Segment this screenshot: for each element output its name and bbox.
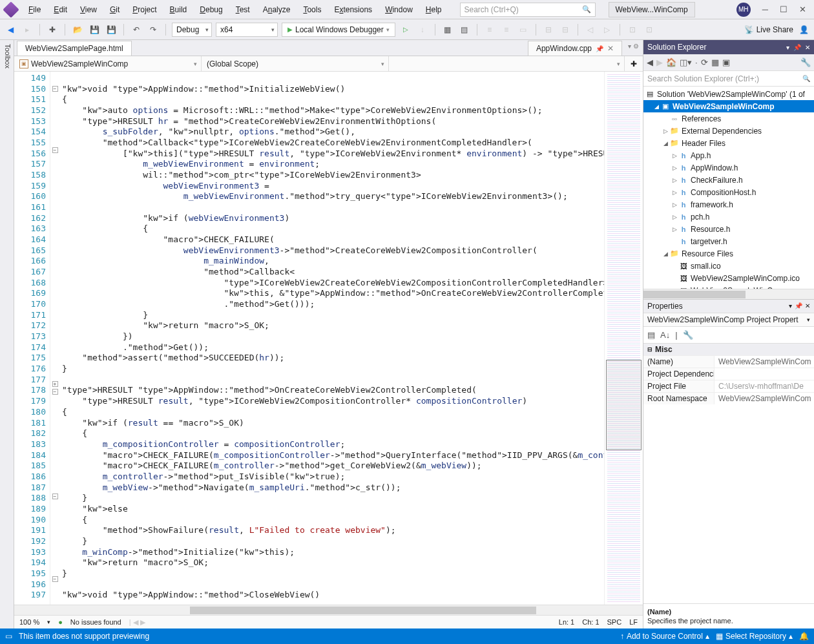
menu-project[interactable]: Project [127,3,162,17]
se-fwd-button[interactable]: ▶ [656,57,663,67]
solution-explorer-search[interactable]: Search Solution Explorer (Ctrl+;) [643,71,814,87]
code-content[interactable]: "kw">void "type">AppWindow::"method">Ini… [59,72,604,605]
platform-dropdown[interactable]: x64 [216,23,278,37]
solution-badge[interactable]: WebView...WinComp [609,2,695,17]
close-button[interactable]: ✕ [799,5,806,14]
properties-object-selector[interactable]: WebView2SampleWinComp Project Propert ▾ [643,313,814,327]
issues-label[interactable]: No issues found [70,618,121,626]
code-minimap[interactable] [604,72,643,605]
props-menu-icon[interactable]: ▾ [789,302,792,309]
menu-file[interactable]: File [23,3,46,17]
tree-hscroll[interactable] [643,289,814,299]
notifications-icon[interactable]: 🔔 [799,632,809,641]
tb-btn-2[interactable]: ▤ [458,23,471,36]
tb-btn-7[interactable]: ⊟ [559,23,572,36]
toolbox-tab[interactable]: Toolbox [0,40,14,628]
save-all-button[interactable]: 💾 [105,23,118,36]
start-debug-button[interactable]: ▶ Local Windows Debugger ▾ [282,23,395,37]
se-collapse-button[interactable]: ▣ [722,57,730,67]
save-button[interactable]: 💾 [88,23,101,36]
tb-btn-8[interactable]: ⊡ [626,23,639,36]
tree-item[interactable]: ▷📁External Dependencies [643,125,814,137]
redo-button[interactable]: ↷ [147,23,160,36]
se-show-all-button[interactable]: ▦ [711,57,719,67]
se-properties-button[interactable]: 🔧 [800,57,811,67]
tree-item[interactable]: ▷hResource.h [643,223,814,235]
open-button[interactable]: 📂 [71,23,84,36]
tree-item[interactable]: ▫▫References [643,112,814,125]
tree-item[interactable]: ▷hframework.h [643,198,814,211]
menu-view[interactable]: View [75,3,102,17]
indent-label[interactable]: SPC [607,618,622,626]
add-source-control-button[interactable]: ↑ Add to Source Control ▴ [620,632,709,641]
select-repository-button[interactable]: ▦ Select Repository ▴ [716,632,793,641]
panel-menu-icon[interactable]: ▾ [786,44,789,51]
split-editor-button[interactable]: ✚ [625,56,643,71]
tb-btn-1[interactable]: ▦ [441,23,454,36]
panel-pin-icon[interactable]: 📌 [793,44,801,51]
eol-label[interactable]: LF [629,618,638,626]
tree-item[interactable]: ▷hCheckFailure.h [643,174,814,186]
menu-tools[interactable]: Tools [298,3,326,17]
step-button[interactable]: ↓ [416,23,429,36]
tab-appwindow-cpp[interactable]: AppWindow.cpp 📌 ✕ [528,41,622,56]
menu-debug[interactable]: Debug [194,3,227,17]
tree-item[interactable]: htargetver.h [643,235,814,247]
panel-close-icon[interactable]: ✕ [805,44,810,51]
zoom-label[interactable]: 100 % [19,618,39,626]
properties-grid[interactable]: ⊟Misc (Name)WebView2SampleWinComProject … [643,344,814,404]
fold-column[interactable]: −−+−−− [50,72,59,605]
bookmark-prev[interactable]: ◁ [584,23,597,36]
menu-extensions[interactable]: Extensions [329,3,377,17]
property-row[interactable]: Root NamespaceWebView2SampleWinCom [643,392,814,404]
user-avatar[interactable]: MH [736,3,751,17]
undo-button[interactable]: ↶ [130,23,143,36]
nav-member-dropdown[interactable] [389,56,625,71]
tb-btn-4[interactable]: ≡ [500,23,513,36]
props-pages-button[interactable]: 🔧 [683,330,693,340]
maximize-button[interactable]: ☐ [780,5,788,14]
se-home-button[interactable]: 🏠 [666,57,676,67]
nav-scope-dropdown[interactable]: (Global Scope) [202,56,389,71]
close-tab-icon[interactable]: ✕ [607,44,614,53]
props-pin-icon[interactable]: 📌 [795,302,802,309]
search-input[interactable]: Search (Ctrl+Q) [460,3,596,17]
menu-build[interactable]: Build [165,3,193,17]
props-categorized-button[interactable]: ▤ [647,330,655,340]
live-share-button[interactable]: 📡 Live Share [744,25,793,34]
props-alpha-button[interactable]: A↓ [660,330,670,340]
menu-window[interactable]: Window [380,3,418,17]
tree-project-node[interactable]: ◢ ▣ WebView2SampleWinComp [643,100,814,112]
tab-html[interactable]: WebView2SamplePage.html [17,41,132,56]
pin-icon[interactable]: 📌 [596,45,603,52]
menu-git[interactable]: Git [105,3,125,17]
se-back-button[interactable]: ◀ [647,57,653,67]
config-dropdown[interactable]: Debug [172,23,212,37]
tb-btn-9[interactable]: ⊡ [643,23,656,36]
tree-item[interactable]: ▷hAppWindow.h [643,161,814,174]
nav-fwd-button[interactable]: ▸ [21,23,34,36]
start-nodebug-button[interactable]: ▷ [399,23,412,36]
nav-back-button[interactable]: ◀ [4,23,17,36]
code-editor[interactable]: 149 150 151 152 153 154 155 156 157 158 … [14,72,643,605]
props-close-icon[interactable]: ✕ [805,302,810,309]
menu-help[interactable]: Help [421,3,447,17]
tree-item[interactable]: ◢📁Header Files [643,137,814,149]
tree-solution-node[interactable]: ▤ Solution 'WebView2SampleWinComp' (1 of [643,88,814,100]
property-row[interactable]: (Name)WebView2SampleWinCom [643,355,814,368]
tab-overflow-button[interactable]: ▾ ⚙ [628,43,639,50]
menu-edit[interactable]: Edit [48,3,72,17]
minimize-button[interactable]: ─ [762,5,768,14]
menu-test[interactable]: Test [231,3,255,17]
tree-item[interactable]: 🖼small.ico [643,260,814,272]
tb-btn-5[interactable]: ▭ [517,23,530,36]
tree-item[interactable]: ◢📁Resource Files [643,247,814,260]
tree-item[interactable]: ▷hCompositionHost.h [643,186,814,198]
tb-btn-6[interactable]: ⊟ [542,23,555,36]
solution-tree[interactable]: ▤ Solution 'WebView2SampleWinComp' (1 of… [643,87,814,289]
menu-analyze[interactable]: Analyze [258,3,296,17]
tree-item[interactable]: ▷hpch.h [643,211,814,223]
tb-btn-3[interactable]: ≡ [483,23,496,36]
nav-project-dropdown[interactable]: ▣ WebView2SampleWinComp [14,56,202,71]
editor-hscroll[interactable] [14,605,643,615]
